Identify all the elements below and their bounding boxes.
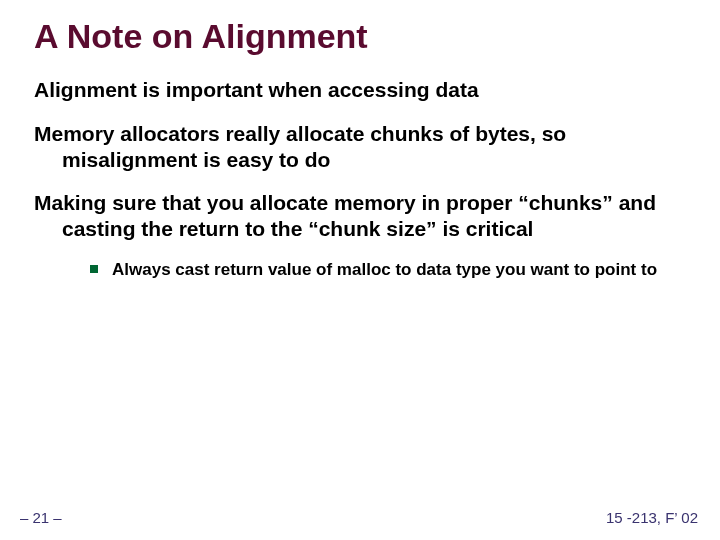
square-bullet-icon — [90, 265, 98, 273]
slide-title: A Note on Alignment — [34, 18, 686, 55]
paragraph-1: Alignment is important when accessing da… — [34, 77, 686, 103]
paragraph-2: Memory allocators really allocate chunks… — [34, 121, 686, 172]
footer-course-info: 15 -213, F’ 02 — [606, 509, 698, 526]
paragraph-3: Making sure that you allocate memory in … — [34, 190, 686, 241]
footer-page-number: – 21 – — [20, 509, 62, 526]
slide: A Note on Alignment Alignment is importa… — [0, 0, 720, 540]
bullet-item-1: Always cast return value of malloc to da… — [90, 259, 686, 280]
bullet-text-1: Always cast return value of malloc to da… — [112, 259, 686, 280]
